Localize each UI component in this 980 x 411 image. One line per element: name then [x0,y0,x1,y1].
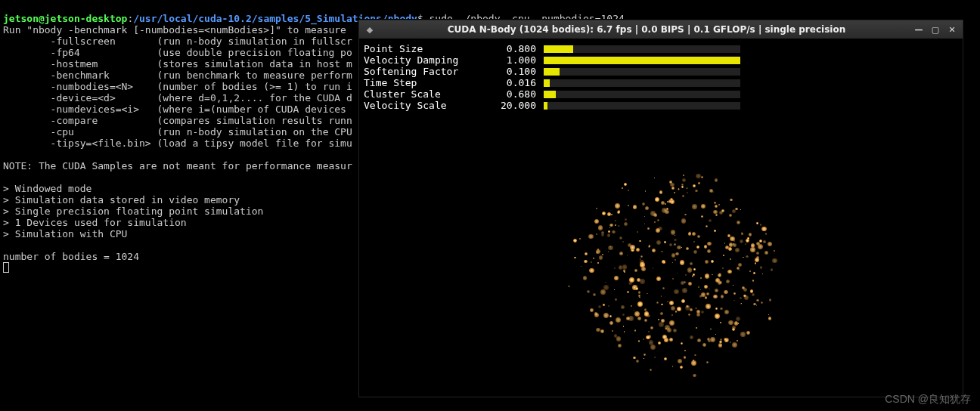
param-slider[interactable] [544,68,740,76]
param-slider-fill [544,68,560,76]
options-block: -fullscreen (run n-body simulation in fu… [3,36,352,149]
param-slider[interactable] [544,102,740,110]
param-slider-fill [544,79,550,87]
app-icon: ◆ [364,23,376,36]
bodies-line: number of bodies = 1024 [3,251,139,262]
terminal-cursor [3,262,9,273]
param-value: 0.100 [492,66,536,77]
status-block: > Windowed mode > Simulation data stored… [3,183,263,239]
window-titlebar[interactable]: ◆ CUDA N-Body (1024 bodies): 6.7 fps | 0… [359,20,963,39]
param-slider[interactable] [544,45,740,53]
parameter-panel: Point Size0.800Velocity Damping1.000Soft… [364,43,740,111]
param-row: Cluster Scale0.680 [364,88,740,100]
minimize-button[interactable]: — [913,24,925,35]
simulation-window[interactable]: ◆ CUDA N-Body (1024 bodies): 6.7 fps | 0… [358,20,963,397]
note-line: NOTE: The CUDA Samples are not meant for… [3,160,352,172]
param-slider-fill [544,102,547,110]
param-row: Velocity Scale20.000 [364,100,740,111]
param-slider[interactable] [544,57,740,64]
param-label: Point Size [364,43,492,54]
param-row: Softening Factor0.100 [364,66,740,77]
help-header: Run "nbody -benchmark [-numbodies=<numBo… [3,24,352,36]
param-slider[interactable] [544,79,740,87]
param-label: Softening Factor [364,66,492,77]
param-slider-fill [544,57,740,64]
param-slider[interactable] [544,91,740,98]
prompt-user: jetson [3,13,39,24]
param-value: 0.800 [492,43,536,54]
param-value: 0.680 [492,88,536,100]
param-row: Velocity Damping1.000 [364,54,740,66]
param-value: 1.000 [492,54,536,66]
watermark-text: CSDN @良知犹存 [885,393,971,406]
param-slider-fill [544,45,573,53]
param-label: Time Step [364,77,492,88]
prompt-host: jetson-desktop [45,13,128,24]
maximize-button[interactable]: ▢ [929,24,941,35]
param-row: Point Size0.800 [364,43,740,54]
simulation-viewport[interactable]: Point Size0.800Velocity Damping1.000Soft… [359,39,963,397]
close-button[interactable]: ✕ [946,24,958,35]
param-row: Time Step0.016 [364,77,740,88]
param-value: 0.016 [492,77,536,88]
nbody-cluster [571,175,783,371]
param-value: 20.000 [492,100,536,111]
param-label: Cluster Scale [364,88,492,100]
param-label: Velocity Damping [364,54,492,66]
param-label: Velocity Scale [364,100,492,111]
window-title: CUDA N-Body (1024 bodies): 6.7 fps | 0.0… [380,24,913,35]
param-slider-fill [544,91,556,98]
